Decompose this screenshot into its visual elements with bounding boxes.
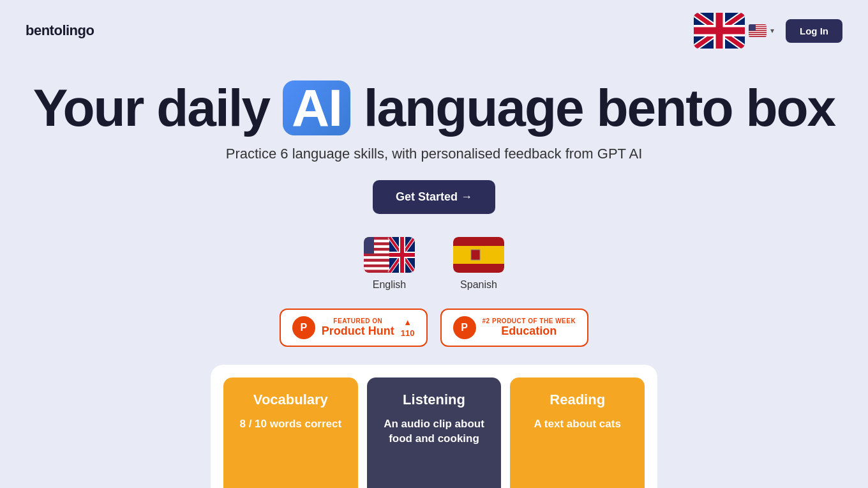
svg-rect-27 <box>364 270 389 273</box>
svg-rect-21 <box>364 254 389 256</box>
svg-rect-11 <box>749 34 767 35</box>
hero-subtitle: Practice 6 language skills, with persona… <box>13 146 855 162</box>
svg-rect-9 <box>749 32 767 33</box>
svg-rect-23 <box>364 259 389 261</box>
svg-rect-10 <box>749 33 767 34</box>
svg-rect-22 <box>364 256 389 259</box>
svg-rect-8 <box>749 31 767 33</box>
svg-rect-25 <box>364 264 389 267</box>
get-started-button[interactable]: Get Started → <box>373 180 495 214</box>
reading-desc: A text about cats <box>523 417 632 432</box>
svg-rect-24 <box>364 262 389 264</box>
svg-rect-26 <box>364 267 389 270</box>
svg-rect-14 <box>749 24 756 31</box>
reading-card[interactable]: Reading A text about cats <box>510 377 645 488</box>
chevron-down-icon: ▾ <box>770 26 774 35</box>
language-option-english[interactable]: English <box>364 237 415 291</box>
ph-label-education: #2 PRODUCT OF THE WEEK <box>483 317 576 324</box>
vocabulary-desc: 8 / 10 words correct <box>236 417 345 432</box>
featured-badge[interactable]: P FEATURED ON Product Hunt ▲ 110 <box>280 309 428 347</box>
spanish-label: Spanish <box>460 279 497 291</box>
english-label: English <box>373 279 406 291</box>
ph-name-education: Education <box>483 324 576 338</box>
svg-rect-28 <box>364 237 374 254</box>
language-option-spanish[interactable]: Spanish <box>453 237 504 291</box>
svg-rect-13 <box>749 36 767 37</box>
spanish-flag-container <box>453 237 504 273</box>
hero-title-after: language bento box <box>364 79 835 137</box>
english-flag-container <box>364 237 415 273</box>
logo: bentolingo <box>26 22 94 39</box>
svg-rect-12 <box>749 35 767 36</box>
ph-count-featured: ▲ 110 <box>401 317 415 338</box>
login-button[interactable]: Log In <box>786 19 842 43</box>
ph-count-value: 110 <box>401 328 415 338</box>
english-flag-icon <box>364 237 415 273</box>
us-flag-icon <box>749 24 767 37</box>
uk-flag-icon <box>694 13 745 49</box>
bento-container: Vocabulary 8 / 10 words correct Listenin… <box>13 365 855 488</box>
ph-arrow-icon: ▲ <box>403 317 412 327</box>
bento-box: Vocabulary 8 / 10 words correct Listenin… <box>211 365 657 488</box>
hero-title: Your daily AI language bento box <box>13 80 855 135</box>
ph-icon-education: P <box>453 316 476 339</box>
ph-icon-featured: P <box>292 316 315 339</box>
ph-name-featured: Product Hunt <box>322 324 394 338</box>
ph-text-education: #2 PRODUCT OF THE WEEK Education <box>483 317 576 338</box>
spanish-flag-icon <box>453 237 504 273</box>
ph-label-featured: FEATURED ON <box>322 317 394 324</box>
svg-rect-32 <box>471 250 480 260</box>
listening-desc: An audio clip about food and cooking <box>380 417 489 446</box>
ph-text-featured: FEATURED ON Product Hunt <box>322 317 394 338</box>
ai-badge: AI <box>283 80 350 135</box>
badges-row: P FEATURED ON Product Hunt ▲ 110 P #2 PR… <box>13 309 855 347</box>
vocabulary-title: Vocabulary <box>236 392 345 408</box>
listening-title: Listening <box>380 392 489 408</box>
language-options: English Spanish <box>13 237 855 291</box>
listening-card[interactable]: Listening An audio clip about food and c… <box>367 377 502 488</box>
vocabulary-card[interactable]: Vocabulary 8 / 10 words correct <box>223 377 358 488</box>
language-selector[interactable]: ▾ <box>689 10 779 51</box>
education-badge[interactable]: P #2 PRODUCT OF THE WEEK Education <box>440 309 589 347</box>
reading-title: Reading <box>523 392 632 408</box>
hero-title-before: Your daily <box>33 79 269 137</box>
